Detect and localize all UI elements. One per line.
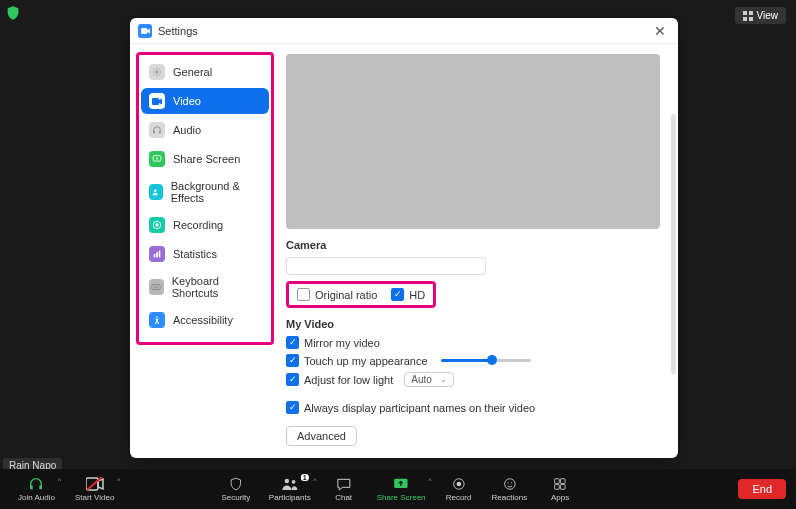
settings-title: Settings <box>158 25 650 37</box>
advanced-button[interactable]: Advanced <box>286 426 357 446</box>
settings-titlebar: Settings ✕ <box>130 18 678 44</box>
nav-share-screen[interactable]: Share Screen <box>141 146 269 172</box>
nav-label: Video <box>173 95 201 107</box>
nav-statistics[interactable]: Statistics <box>141 241 269 267</box>
svg-rect-37 <box>561 479 566 484</box>
svg-rect-3 <box>749 17 753 21</box>
settings-window: Settings ✕ General Video Audio <box>130 18 678 458</box>
svg-rect-17 <box>153 286 154 287</box>
accessibility-icon <box>149 312 165 328</box>
reactions-button[interactable]: Reactions <box>484 474 536 504</box>
toolbar-label: Record <box>446 493 472 502</box>
chevron-up-icon[interactable]: ^ <box>313 477 316 484</box>
background-icon <box>149 184 163 200</box>
security-button[interactable]: Security <box>213 474 259 504</box>
touchup-label: Touch up my appearance <box>304 355 428 367</box>
svg-point-29 <box>292 480 296 484</box>
shield-icon <box>229 476 243 492</box>
apps-button[interactable]: Apps <box>537 474 583 504</box>
nav-label: Keyboard Shortcuts <box>172 275 261 299</box>
stats-icon <box>149 246 165 262</box>
annotation-highlight-sidebar: General Video Audio Share Screen Backgro… <box>136 52 274 345</box>
svg-rect-21 <box>154 287 158 288</box>
reactions-icon <box>502 476 516 492</box>
record-button[interactable]: Record <box>436 474 482 504</box>
headphones-icon <box>28 476 44 492</box>
settings-sidebar: General Video Audio Share Screen Backgro… <box>130 44 280 458</box>
lowlight-mode-value: Auto <box>411 374 432 385</box>
nav-accessibility[interactable]: Accessibility <box>141 307 269 333</box>
chevron-up-icon[interactable]: ^ <box>117 477 120 484</box>
view-button[interactable]: View <box>735 7 787 24</box>
svg-rect-36 <box>555 479 560 484</box>
toolbar-label: Reactions <box>492 493 528 502</box>
video-off-icon <box>86 476 104 492</box>
svg-rect-19 <box>157 286 158 287</box>
lowlight-label: Adjust for low light <box>304 374 393 386</box>
chat-button[interactable]: Chat <box>321 474 367 504</box>
lowlight-checkbox[interactable] <box>286 373 299 386</box>
toolbar-label: Start Video <box>75 493 114 502</box>
svg-point-33 <box>504 479 515 490</box>
chevron-down-icon: ⌄ <box>440 375 447 384</box>
grid-icon <box>743 11 753 21</box>
nav-label: Audio <box>173 124 201 136</box>
toolbar-label: Share Screen <box>377 493 426 502</box>
nav-keyboard-shortcuts[interactable]: Keyboard Shortcuts <box>141 270 269 304</box>
svg-rect-38 <box>555 485 560 490</box>
gear-icon <box>149 64 165 80</box>
svg-rect-15 <box>159 251 161 258</box>
end-button[interactable]: End <box>738 479 786 499</box>
svg-point-22 <box>156 316 158 318</box>
nav-recording[interactable]: Recording <box>141 212 269 238</box>
slider-thumb[interactable] <box>487 355 497 365</box>
svg-point-28 <box>284 479 289 484</box>
svg-rect-2 <box>743 17 747 21</box>
scrollbar[interactable] <box>671 114 676 374</box>
touchup-slider[interactable] <box>441 359 531 362</box>
settings-content: Camera Original ratio HD My Video Mirror… <box>280 44 678 458</box>
always-names-checkbox[interactable] <box>286 401 299 414</box>
svg-point-12 <box>155 223 158 226</box>
participants-count: 1 <box>301 474 309 481</box>
start-video-button[interactable]: ^ Start Video <box>67 474 122 504</box>
hd-checkbox[interactable] <box>391 288 404 301</box>
svg-rect-4 <box>141 28 147 34</box>
close-button[interactable]: ✕ <box>650 23 670 39</box>
nav-video[interactable]: Video <box>141 88 269 114</box>
mirror-checkbox[interactable] <box>286 336 299 349</box>
chevron-up-icon[interactable]: ^ <box>58 477 61 484</box>
svg-point-32 <box>456 482 461 487</box>
join-audio-button[interactable]: ^ Join Audio <box>10 474 63 504</box>
toolbar-label: Chat <box>335 493 352 502</box>
chevron-up-icon[interactable]: ^ <box>428 477 431 484</box>
nav-label: Share Screen <box>173 153 240 165</box>
nav-audio[interactable]: Audio <box>141 117 269 143</box>
camera-select[interactable] <box>286 257 486 275</box>
svg-rect-8 <box>159 131 161 134</box>
svg-rect-14 <box>156 252 158 257</box>
share-screen-button[interactable]: ^ Share Screen <box>369 474 434 504</box>
view-label: View <box>757 10 779 21</box>
svg-rect-25 <box>40 485 43 489</box>
nav-general[interactable]: General <box>141 59 269 85</box>
touchup-checkbox[interactable] <box>286 354 299 367</box>
end-label: End <box>752 483 772 495</box>
nav-background-effects[interactable]: Background & Effects <box>141 175 269 209</box>
toolbar-label: Join Audio <box>18 493 55 502</box>
keyboard-icon <box>149 279 164 295</box>
share-screen-icon <box>393 476 409 492</box>
svg-rect-39 <box>561 485 566 490</box>
lowlight-mode-select[interactable]: Auto ⌄ <box>404 372 454 387</box>
video-preview <box>286 54 660 229</box>
svg-rect-0 <box>743 11 747 15</box>
myvideo-section-label: My Video <box>286 318 660 330</box>
apps-icon <box>553 476 567 492</box>
participants-button[interactable]: ^ 1 Participants <box>261 474 319 504</box>
original-ratio-checkbox[interactable] <box>297 288 310 301</box>
svg-point-5 <box>156 71 159 74</box>
nav-label: Background & Effects <box>171 180 261 204</box>
svg-rect-24 <box>30 485 33 489</box>
camera-section-label: Camera <box>286 239 660 251</box>
share-icon <box>149 151 165 167</box>
